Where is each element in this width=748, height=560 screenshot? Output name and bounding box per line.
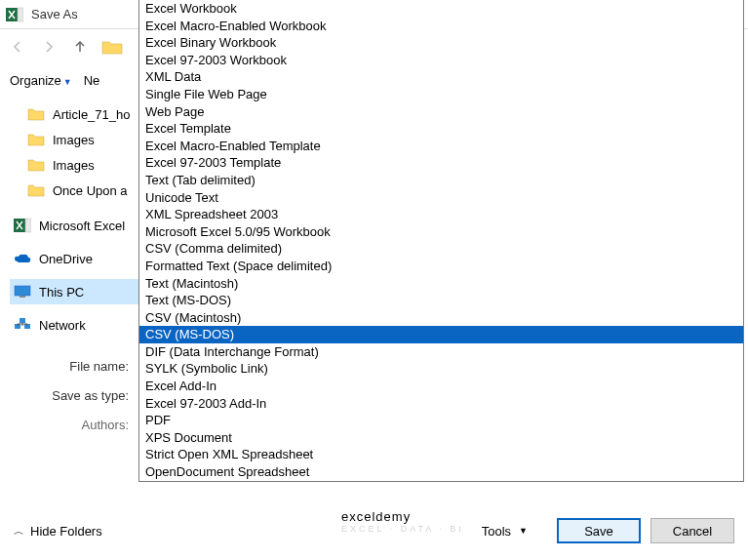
tree-label: OneDrive — [39, 252, 93, 266]
tree-item-onedrive[interactable]: OneDrive — [10, 246, 156, 271]
new-menu[interactable]: Ne — [84, 73, 100, 88]
filetype-option[interactable]: Single File Web Page — [139, 86, 743, 103]
organize-menu[interactable]: Organize▼ — [10, 73, 72, 88]
filetype-option[interactable]: CSV (Macintosh) — [139, 309, 743, 327]
tree-item-folder[interactable]: Images — [23, 127, 156, 152]
filetype-option[interactable]: SYLK (Symbolic Link) — [139, 360, 743, 378]
svg-rect-4 — [15, 286, 30, 296]
tree-item-thispc[interactable]: This PC — [10, 279, 156, 304]
tree-label: Once Upon a — [53, 183, 128, 198]
filetype-option[interactable]: Unicode Text — [139, 189, 743, 207]
filetype-option[interactable]: Excel 97-2003 Add-In — [139, 395, 743, 413]
forward-arrow-icon[interactable] — [39, 37, 59, 57]
tree-label: Images — [53, 158, 95, 173]
filetype-option[interactable]: CSV (MS-DOS) — [139, 326, 743, 343]
address-folder-icon[interactable] — [101, 38, 123, 56]
filetype-option[interactable]: PDF — [139, 412, 743, 429]
filetype-option[interactable]: Text (MS-DOS) — [139, 292, 743, 309]
excel-app-icon — [6, 6, 23, 23]
filetype-option[interactable]: Excel 97-2003 Template — [139, 154, 743, 172]
window-title: Save As — [31, 7, 78, 21]
network-icon — [14, 318, 31, 332]
tree-label: Images — [53, 133, 95, 147]
tools-menu[interactable]: Tools ▼ — [482, 524, 528, 539]
pc-icon — [14, 285, 31, 299]
folder-icon — [27, 107, 45, 121]
chevron-down-icon: ▼ — [63, 77, 72, 87]
tree-item-folder[interactable]: Article_71_ho — [23, 101, 156, 127]
filetype-option[interactable]: XML Data — [139, 68, 743, 86]
filetype-option[interactable]: XPS Document — [139, 429, 743, 447]
filetype-option[interactable]: DIF (Data Interchange Format) — [139, 343, 743, 361]
excel-icon — [14, 217, 31, 234]
svg-rect-8 — [20, 318, 25, 323]
filetype-option[interactable]: CSV (Comma delimited) — [139, 240, 743, 258]
filetype-option[interactable]: Text (Tab delimited) — [139, 172, 743, 189]
filetype-option[interactable]: Strict Open XML Spreadsheet — [139, 446, 743, 463]
svg-rect-1 — [18, 8, 23, 21]
filetype-option[interactable]: Excel Binary Workbook — [139, 34, 743, 52]
nav-tree: Article_71_ho Images Images Once Upon a … — [0, 96, 156, 343]
filetype-option[interactable]: Excel Add-In — [139, 378, 743, 395]
tools-label: Tools — [482, 524, 511, 539]
filetype-option[interactable]: Text (Macintosh) — [139, 275, 743, 293]
filetype-option[interactable]: Microsoft Excel 5.0/95 Workbook — [139, 223, 743, 241]
chevron-down-icon: ▼ — [519, 526, 528, 536]
folder-icon — [27, 133, 45, 146]
onedrive-icon — [14, 253, 31, 264]
filetype-option[interactable]: Excel Template — [139, 120, 743, 138]
tree-item-folder[interactable]: Images — [23, 152, 156, 178]
filetype-option[interactable]: XML Spreadsheet 2003 — [139, 206, 743, 223]
filetype-option[interactable]: Excel 97-2003 Workbook — [139, 52, 743, 69]
filetype-option[interactable]: Web Page — [139, 103, 743, 121]
cancel-button-label: Cancel — [673, 524, 712, 539]
up-arrow-icon[interactable] — [70, 37, 90, 57]
save-button[interactable]: Save — [557, 518, 641, 543]
tree-label: Microsoft Excel — [39, 219, 125, 233]
tree-label: Article_71_ho — [53, 107, 131, 122]
button-row: ︿ Hide Folders Tools ▼ Save Cancel — [0, 511, 748, 550]
filetype-option[interactable]: Excel Workbook — [139, 0, 743, 18]
tree-item-folder[interactable]: Once Upon a — [23, 178, 156, 203]
folder-icon — [27, 158, 45, 172]
back-arrow-icon[interactable] — [8, 37, 27, 57]
save-button-label: Save — [584, 524, 613, 539]
svg-rect-5 — [20, 296, 25, 298]
tree-item-excel[interactable]: Microsoft Excel — [10, 213, 156, 238]
saveastype-label: Save as type: — [29, 388, 135, 403]
hide-folders-button[interactable]: ︿ Hide Folders — [14, 524, 102, 539]
hide-folders-label: Hide Folders — [30, 524, 102, 539]
filetype-option[interactable]: Formatted Text (Space delimited) — [139, 258, 743, 275]
saveastype-dropdown[interactable]: Excel WorkbookExcel Macro-Enabled Workbo… — [138, 0, 744, 482]
authors-label: Authors: — [29, 418, 135, 432]
folder-icon — [27, 183, 45, 197]
chevron-up-icon: ︿ — [14, 524, 24, 539]
organize-label: Organize — [10, 73, 61, 88]
cancel-button[interactable]: Cancel — [650, 518, 734, 543]
tree-label: Network — [39, 318, 86, 333]
filetype-option[interactable]: Excel Macro-Enabled Template — [139, 138, 743, 155]
filetype-option[interactable]: OpenDocument Spreadsheet — [139, 463, 743, 481]
filename-label: File name: — [29, 359, 135, 374]
tree-item-network[interactable]: Network — [10, 312, 156, 338]
filetype-option[interactable]: Excel Macro-Enabled Workbook — [139, 18, 743, 35]
tree-label: This PC — [39, 285, 84, 300]
svg-rect-3 — [25, 219, 31, 232]
